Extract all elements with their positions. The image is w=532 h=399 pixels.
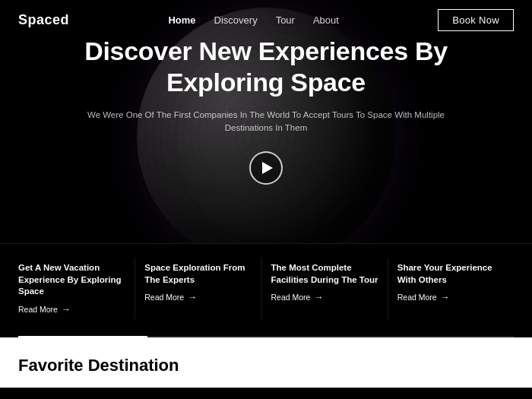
hero-content: Discover New Experiences By Exploring Sp… <box>0 36 532 185</box>
feature-item-3: The Most Complete Facilities During The … <box>262 258 388 319</box>
arrow-icon-1: → <box>62 304 71 315</box>
read-more-link-4[interactable]: Read More → <box>397 292 505 302</box>
feature-item-4: Share Your Experience With Others Read M… <box>388 258 514 319</box>
read-more-text-1: Read More <box>18 305 58 314</box>
feature-title-4: Share Your Experience With Others <box>397 262 505 286</box>
hero-subtitle: We Were One Of The First Companies In Th… <box>84 109 448 135</box>
favorite-section: Favorite Destination <box>0 337 532 388</box>
play-icon <box>262 162 273 174</box>
read-more-link-3[interactable]: Read More → <box>271 292 378 302</box>
book-now-button[interactable]: Book Now <box>438 9 514 31</box>
arrow-icon-2: → <box>188 292 197 302</box>
read-more-text-4: Read More <box>397 293 437 302</box>
arrow-icon-3: → <box>314 292 323 302</box>
nav-discovery[interactable]: Discovery <box>214 14 258 26</box>
nav-home[interactable]: Home <box>168 14 195 26</box>
play-button[interactable] <box>249 151 283 185</box>
feature-title-2: Space Exploration From The Experts <box>144 262 252 286</box>
feature-item-2: Space Exploration From The Experts Read … <box>135 258 261 319</box>
hero-title: Discover New Experiences By Exploring Sp… <box>46 36 486 98</box>
navbar: Spaced Home Discovery Tour About Book No… <box>0 0 532 40</box>
nav-links: Home Discovery Tour About <box>168 14 338 26</box>
arrow-icon-4: → <box>441 292 450 302</box>
feature-item-1: Get A New Vacation Experience By Explori… <box>18 258 135 319</box>
feature-title-1: Get A New Vacation Experience By Explori… <box>18 262 125 298</box>
progress-bar-container <box>18 336 514 337</box>
read-more-link-2[interactable]: Read More → <box>144 292 252 302</box>
read-more-link-1[interactable]: Read More → <box>18 304 125 315</box>
feature-title-3: The Most Complete Facilities During The … <box>271 262 378 286</box>
read-more-text-3: Read More <box>271 293 311 302</box>
nav-about[interactable]: About <box>313 14 339 26</box>
favorite-section-title: Favorite Destination <box>18 356 514 375</box>
progress-bar-fill <box>18 336 147 337</box>
nav-tour[interactable]: Tour <box>276 14 295 26</box>
logo: Spaced <box>18 12 69 28</box>
features-row: Get A New Vacation Experience By Explori… <box>0 243 532 328</box>
read-more-text-2: Read More <box>144 293 184 302</box>
